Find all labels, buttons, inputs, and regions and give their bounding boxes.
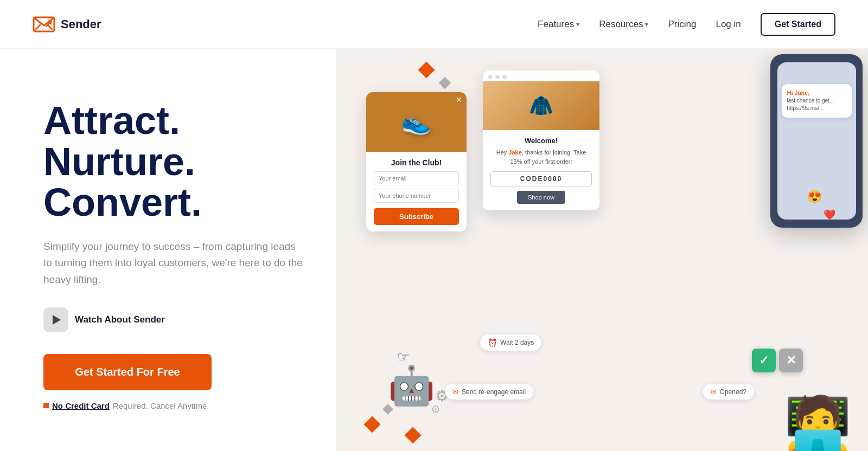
watch-button[interactable]: Watch About Sender bbox=[43, 307, 304, 332]
shoe-icon: 👟 bbox=[401, 108, 431, 136]
yes-badge: ✓ bbox=[752, 349, 776, 372]
opened-node: ✉ Opened? bbox=[703, 384, 754, 400]
gear-icon-2: ⚙ bbox=[431, 403, 441, 416]
heart-emoji-2: ❤️ bbox=[824, 209, 835, 221]
opened-envelope-icon: ✉ bbox=[711, 388, 717, 396]
robot-icon: 🤖 bbox=[388, 364, 435, 407]
email-greeting: Hey Jake, thanks for joining! Take 15% o… bbox=[490, 148, 592, 166]
popup-phone-input[interactable] bbox=[374, 189, 459, 203]
popup-card: 👟 ✕ Join the Club! Subscribe bbox=[366, 92, 467, 231]
resources-chevron-icon: ▾ bbox=[645, 21, 648, 28]
email-hero-image: 🧥 bbox=[483, 81, 599, 130]
diamond-orange-3 bbox=[404, 427, 421, 443]
diamond-gray-1 bbox=[439, 77, 451, 89]
popup-close-icon[interactable]: ✕ bbox=[456, 95, 462, 104]
play-triangle-icon bbox=[53, 315, 61, 325]
cursor-icon: ☞ bbox=[397, 349, 410, 365]
popup-subscribe-button[interactable]: Subscribe bbox=[374, 208, 459, 225]
no-credit-text: No Credit Card Required. Cancel Anytime. bbox=[43, 401, 304, 410]
nav-get-started-button[interactable]: Get Started bbox=[761, 13, 835, 36]
dot-2 bbox=[495, 75, 500, 79]
orange-dot-icon bbox=[43, 403, 49, 408]
features-chevron-icon: ▾ bbox=[576, 21, 579, 28]
navbar: Sender Features ▾ Resources ▾ Pricing Lo… bbox=[0, 0, 868, 49]
logo[interactable]: Sender bbox=[33, 15, 101, 34]
clock-icon: ⏰ bbox=[488, 338, 497, 347]
get-started-free-button[interactable]: Get Started For Free bbox=[43, 354, 212, 390]
dot-1 bbox=[488, 75, 493, 79]
nav-features[interactable]: Features ▾ bbox=[538, 19, 579, 30]
hero-left: Attract. Nurture. Convert. Simplify your… bbox=[0, 49, 336, 451]
email-card: 🧥 Welcome! Hey Jake, thanks for joining!… bbox=[483, 70, 599, 210]
play-icon bbox=[43, 307, 68, 332]
hero-subtext: Simplify your journey to success – from … bbox=[43, 239, 304, 288]
email-body: Welcome! Hey Jake, thanks for joining! T… bbox=[483, 130, 599, 210]
shop-now-button[interactable]: Shop now bbox=[517, 191, 565, 204]
no-badge: ✕ bbox=[779, 349, 803, 372]
person-icon: 🧑‍💻 bbox=[784, 394, 852, 451]
sms-bubble: Hi Jake, last chance to get...https://9s… bbox=[782, 84, 852, 118]
promo-code: CODE0000 bbox=[490, 171, 592, 186]
send-node: ✉ Send re-engage email bbox=[445, 384, 533, 400]
email-name-highlight: Jake bbox=[508, 149, 521, 156]
sender-logo-icon bbox=[33, 15, 55, 34]
diamond-orange-1 bbox=[418, 61, 435, 78]
diamond-orange-2 bbox=[363, 416, 380, 433]
robot-area: 🤖 ⚙ ⚙ bbox=[388, 363, 435, 408]
hero-right: 👟 ✕ Join the Club! Subscribe ☞ bbox=[336, 49, 868, 451]
person-area: 🧑‍💻 bbox=[784, 397, 852, 451]
dot-3 bbox=[502, 75, 507, 79]
popup-image: 👟 ✕ bbox=[366, 92, 467, 152]
nav-links: Features ▾ Resources ▾ Pricing Log in Ge… bbox=[538, 13, 835, 36]
logo-text: Sender bbox=[61, 17, 101, 31]
email-card-dots bbox=[483, 70, 599, 81]
email-title: Welcome! bbox=[490, 137, 592, 145]
nav-pricing[interactable]: Pricing bbox=[668, 19, 696, 30]
nav-login[interactable]: Log in bbox=[716, 19, 741, 30]
hero-section: Attract. Nurture. Convert. Simplify your… bbox=[0, 49, 868, 451]
nav-resources[interactable]: Resources ▾ bbox=[599, 19, 648, 30]
hero-headline: Attract. Nurture. Convert. bbox=[43, 100, 304, 223]
hero-illustration: 👟 ✕ Join the Club! Subscribe ☞ bbox=[336, 49, 868, 451]
popup-body: Join the Club! Subscribe bbox=[366, 152, 467, 231]
popup-email-input[interactable] bbox=[374, 171, 459, 185]
watch-label: Watch About Sender bbox=[75, 314, 165, 325]
heart-emoji-1: 😍 bbox=[807, 190, 822, 204]
sms-greeting: Hi Jake, bbox=[787, 89, 846, 96]
popup-title: Join the Club! bbox=[374, 158, 459, 167]
wait-node: ⏰ Wait 2 days bbox=[480, 334, 541, 351]
sms-text: last chance to get...https://9s.ms/... bbox=[787, 97, 846, 112]
envelope-icon: ✉ bbox=[452, 388, 458, 396]
